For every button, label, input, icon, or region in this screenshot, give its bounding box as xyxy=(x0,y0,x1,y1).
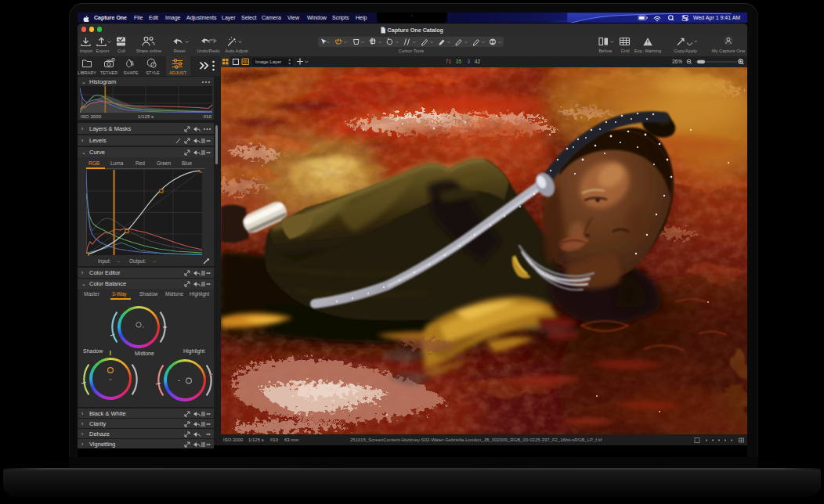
svg-text:Import: Import xyxy=(80,49,93,53)
svg-text:Grid: Grid xyxy=(621,49,630,53)
svg-text:LIBRARY: LIBRARY xyxy=(78,70,96,75)
svg-text:f/10: f/10 xyxy=(204,113,212,119)
svg-text:Export: Export xyxy=(96,49,110,53)
svg-text:Wed Apr 1 9:41 AM: Wed Apr 1 9:41 AM xyxy=(693,15,740,21)
svg-text:71: 71 xyxy=(446,59,452,64)
svg-text:SHAPE: SHAPE xyxy=(124,70,139,75)
svg-text:Image Layer: Image Layer xyxy=(255,59,281,64)
svg-text:ISO 2000: ISO 2000 xyxy=(81,113,102,119)
svg-text:Capture One Catalog: Capture One Catalog xyxy=(388,27,444,34)
svg-text:3: 3 xyxy=(467,59,470,64)
svg-text:Auto Adjust: Auto Adjust xyxy=(225,49,248,53)
svg-text:Share online: Share online xyxy=(136,49,162,53)
svg-text:Highlight: Highlight xyxy=(183,348,204,355)
svg-text:STYLE: STYLE xyxy=(146,70,160,75)
svg-text:26%: 26% xyxy=(672,59,682,64)
svg-text:Before: Before xyxy=(598,49,612,53)
svg-text:ADJUST: ADJUST xyxy=(169,70,186,75)
svg-text:My Capture One: My Capture One xyxy=(712,49,746,53)
svg-text:1/125 s: 1/125 s xyxy=(138,113,154,119)
svg-text:Copy/Apply: Copy/Apply xyxy=(674,49,697,53)
svg-text:Cursor Tools: Cursor Tools xyxy=(399,49,425,53)
svg-text:42: 42 xyxy=(475,59,481,64)
svg-text:Exp. Warning: Exp. Warning xyxy=(634,49,662,53)
svg-text:Cull: Cull xyxy=(117,49,125,53)
svg-text:Midtone: Midtone xyxy=(135,351,154,356)
svg-text:Reset: Reset xyxy=(173,49,186,53)
svg-text:35: 35 xyxy=(456,59,462,64)
svg-text:TETHER: TETHER xyxy=(100,70,117,75)
svg-text:Undo/Redo: Undo/Redo xyxy=(197,49,219,53)
svg-text:Shadow: Shadow xyxy=(83,348,103,354)
